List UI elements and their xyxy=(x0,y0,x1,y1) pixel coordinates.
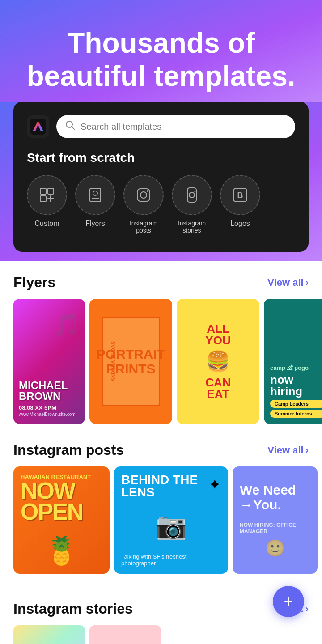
chevron-right-icon-2: › xyxy=(305,445,309,456)
svg-rect-5 xyxy=(48,188,54,194)
flyer4-logo: camp 🏕 pogo xyxy=(270,364,322,371)
flyers-cards-row: MICHAEL BROWN 08.08.XX 5PM www.MichaelBr… xyxy=(0,299,322,424)
flyer3-title: AllYou xyxy=(205,323,230,346)
story-preview-2[interactable]: 🍩 xyxy=(89,625,161,644)
category-logos-icon: B xyxy=(220,175,260,215)
svg-point-17 xyxy=(195,191,196,192)
category-flyers[interactable]: Flyers xyxy=(75,175,115,234)
svg-point-10 xyxy=(93,191,97,195)
category-flyers-icon xyxy=(75,175,115,215)
svg-point-14 xyxy=(147,190,148,192)
flyers-section-title: Flyers xyxy=(13,274,55,291)
categories-row: Custom Flyers xyxy=(27,175,295,234)
flyers-view-all[interactable]: View all › xyxy=(267,277,309,288)
category-custom-label: Custom xyxy=(34,220,59,228)
category-instagram-posts-icon xyxy=(123,175,164,215)
flyer-card-michael-brown[interactable]: MICHAEL BROWN 08.08.XX 5PM www.MichaelBr… xyxy=(13,299,85,424)
hero-title: Thousands of beautiful templates. xyxy=(18,27,304,93)
svg-point-16 xyxy=(189,192,195,198)
insta2-camera: 📷 xyxy=(121,511,221,541)
flyer3-can-eat: CanEat xyxy=(205,377,230,400)
flyer4-title: now hiring xyxy=(270,374,322,397)
category-instagram-stories[interactable]: Instagram stories xyxy=(172,175,212,234)
flyer-card-portrait-prints[interactable]: Portrait Prints ANDHRA ZILDAS xyxy=(89,299,172,424)
insta-card-behind-the-lens[interactable]: BEHIND THE LENS ✦ 📷 Talking with SF's fr… xyxy=(114,466,228,574)
svg-rect-4 xyxy=(40,188,46,194)
instagram-view-all[interactable]: View all › xyxy=(267,445,309,456)
flyer1-date: 08.08.XX 5PM xyxy=(19,404,85,411)
flyer4-tag2: Summer Interns xyxy=(270,410,322,418)
story-previews-row: 🍩 xyxy=(0,625,322,644)
category-instagram-posts-label: Instagram posts xyxy=(123,220,164,234)
app-header xyxy=(27,115,295,138)
insta2-star: ✦ xyxy=(208,475,221,493)
flyer2-title: Portrait Prints xyxy=(97,347,165,376)
svg-text:B: B xyxy=(237,191,243,200)
category-logos-label: Logos xyxy=(230,220,250,228)
start-section-title: Start from scratch xyxy=(27,151,295,165)
fab-add-button[interactable]: + xyxy=(273,586,304,617)
insta2-title: BEHIND THE LENS xyxy=(121,474,221,499)
stories-section-title: Instagram stories xyxy=(13,601,133,617)
insta1-title: NOWOPEN xyxy=(21,480,102,522)
flyer4-tag1: Camp Leaders xyxy=(270,400,322,408)
svg-line-3 xyxy=(72,127,74,129)
category-logos[interactable]: B Logos xyxy=(220,175,260,234)
flyers-section: Flyers View all › MICHAEL BROWN 08.08.XX… xyxy=(0,261,322,437)
flyer-card-all-you-can-eat[interactable]: AllYou 🍔 CanEat xyxy=(177,299,259,424)
category-flyers-label: Flyers xyxy=(85,220,105,228)
svg-rect-6 xyxy=(40,196,46,202)
story-preview-1[interactable] xyxy=(13,625,85,644)
flyer1-website: www.MichaelBrown.site.com xyxy=(19,412,85,417)
svg-point-13 xyxy=(140,192,147,198)
category-custom[interactable]: Custom xyxy=(27,175,67,234)
insta3-title: We Need →You. xyxy=(240,483,310,512)
insta2-subtitle: Talking with SF's freshest photographer xyxy=(121,553,221,567)
instagram-cards-row: HAWAIIAN RESTAURANT NOWOPEN 🍍 BEHIND THE… xyxy=(0,466,322,574)
search-input[interactable] xyxy=(80,122,286,132)
search-bar[interactable] xyxy=(56,115,295,138)
fab-plus-icon: + xyxy=(284,593,293,610)
chevron-right-icon-3: › xyxy=(305,603,309,615)
insta-card-we-need-you[interactable]: We Need →You. NOW HIRING: OFFICE MANAGER… xyxy=(233,466,318,574)
flyer1-name: MICHAEL BROWN xyxy=(19,380,85,402)
insta-card-hawaiian[interactable]: HAWAIIAN RESTAURANT NOWOPEN 🍍 xyxy=(13,466,110,574)
chevron-right-icon: › xyxy=(305,277,309,288)
category-custom-icon xyxy=(27,175,67,215)
insta3-subtitle: NOW HIRING: OFFICE MANAGER xyxy=(240,522,310,534)
search-icon xyxy=(65,120,75,133)
category-instagram-stories-icon xyxy=(172,175,212,215)
instagram-posts-section: Instagram posts View all › HAWAIIAN REST… xyxy=(0,437,322,587)
app-logo[interactable] xyxy=(27,115,49,138)
category-instagram-posts[interactable]: Instagram posts xyxy=(123,175,164,234)
flyer-card-camp-pogo[interactable]: camp 🏕 pogo now hiring Camp Leaders Summ… xyxy=(264,299,322,424)
category-instagram-stories-label: Instagram stories xyxy=(172,220,212,234)
instagram-posts-title: Instagram posts xyxy=(13,442,124,458)
